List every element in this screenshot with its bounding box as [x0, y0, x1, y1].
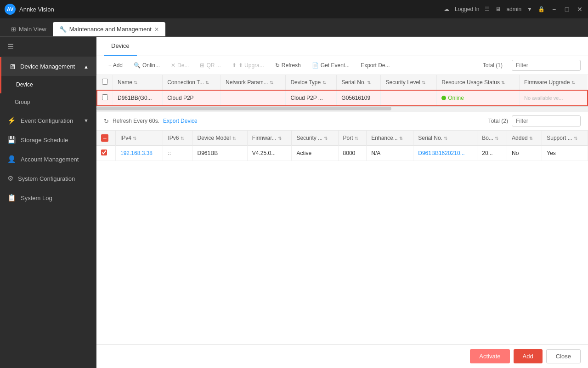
- row-network: [221, 90, 286, 106]
- user-label: admin: [506, 6, 521, 12]
- get-event-button[interactable]: 📄 Get Event...: [307, 60, 354, 71]
- sidebar-item-device-management[interactable]: 🖥 Device Management ▲: [0, 57, 96, 76]
- lower-table: − IPv4 ⇅ IPv6 ⇅ Device Model ⇅ Firmwar..…: [96, 131, 588, 161]
- col-serial[interactable]: Serial No. ⇅: [337, 75, 381, 90]
- close-window-button[interactable]: ✕: [576, 6, 583, 13]
- firmware-sort-icon: ⇅: [571, 80, 575, 85]
- col-firmware[interactable]: Firmware Upgrade ⇅: [520, 75, 588, 90]
- connection-sort-icon: ⇅: [205, 80, 209, 85]
- lower-row-ipv6: ::: [163, 146, 192, 161]
- upper-scroll-thumb[interactable]: [96, 107, 391, 110]
- close-button[interactable]: Close: [546, 349, 581, 363]
- col-device-type[interactable]: Device Type ⇅: [286, 75, 337, 90]
- qr-button[interactable]: ⊞ QR ...: [195, 60, 225, 71]
- lower-col-firmware[interactable]: Firmwar... ⇅: [247, 131, 292, 146]
- ipv4-link[interactable]: 192.168.3.38: [120, 150, 153, 156]
- maximize-button[interactable]: □: [563, 6, 571, 13]
- lower-col-added[interactable]: Added ⇅: [507, 131, 542, 146]
- content-area: Device + Add 🔍 Onlin... ✕ De... ⊞ QR ...…: [96, 37, 588, 368]
- model-sort-icon: ⇅: [232, 136, 236, 141]
- lower-col-model[interactable]: Device Model ⇅: [192, 131, 247, 146]
- app-name: Annke Vision: [19, 6, 54, 13]
- lower-col-checkbox: −: [96, 131, 115, 146]
- col-resource[interactable]: Resource Usage Status ⇅: [437, 75, 520, 90]
- sidebar-item-account-management[interactable]: 👤 Account Management: [0, 150, 96, 169]
- lower-col-ipv4[interactable]: IPv4 ⇅: [115, 131, 163, 146]
- lower-table-row[interactable]: 192.168.3.38 :: D961BB V4.25.0... Active…: [96, 146, 588, 161]
- maintenance-tab-label: Maintenance and Management: [69, 26, 152, 33]
- tab-maintenance[interactable]: 🔧 Maintenance and Management ✕: [53, 22, 165, 36]
- cloud-icon: ☁: [444, 6, 449, 12]
- user-dropdown-icon[interactable]: ▼: [527, 6, 532, 12]
- sidebar-item-device[interactable]: Device: [0, 76, 96, 93]
- lower-col-ipv6[interactable]: IPv6 ⇅: [163, 131, 192, 146]
- sidebar-header: ☰: [0, 37, 96, 57]
- sidebar-item-system-configuration[interactable]: ⚙ System Configuration: [0, 169, 96, 188]
- main-view-label: Main View: [19, 26, 46, 33]
- activate-button[interactable]: Activate: [470, 349, 509, 363]
- upper-scroll-track[interactable]: [96, 106, 588, 110]
- add-button[interactable]: + Add: [104, 60, 127, 71]
- lower-col-enhanced[interactable]: Enhance... ⇅: [367, 131, 413, 146]
- event-config-icon: ⚡: [7, 116, 16, 125]
- delete-icon: ✕: [171, 62, 175, 69]
- main-layout: ☰ 🖥 Device Management ▲ Device Group ⚡ E…: [0, 37, 588, 368]
- col-name[interactable]: Name ⇅: [113, 75, 163, 90]
- row-checkbox-cell: [97, 90, 113, 106]
- lower-row-security: Active: [292, 146, 338, 161]
- export-device-button[interactable]: Export De...: [356, 60, 394, 71]
- header-checkbox-cell: [97, 75, 113, 90]
- sidebar-item-system-log[interactable]: 📋 System Log: [0, 188, 96, 207]
- delete-button[interactable]: ✕ De...: [166, 60, 193, 71]
- online-button[interactable]: 🔍 Onlin...: [129, 60, 164, 71]
- security-sort-icon: ⇅: [422, 80, 425, 85]
- sidebar-item-group[interactable]: Group: [0, 93, 96, 111]
- minimize-button[interactable]: −: [550, 6, 558, 13]
- sidebar: ☰ 🖥 Device Management ▲ Device Group ⚡ E…: [0, 37, 96, 368]
- table-row[interactable]: D961BB(G0... Cloud P2P Cloud P2P ... G05…: [97, 90, 588, 106]
- upgrade-button[interactable]: ⬆ ⬆ Upgra...: [227, 60, 269, 71]
- port-sort-icon: ⇅: [355, 136, 358, 141]
- row-name: D961BB(G0...: [113, 90, 163, 106]
- row-connection: Cloud P2P: [163, 90, 221, 106]
- add-device-button[interactable]: Add: [514, 349, 543, 363]
- device-tab-label: Device: [111, 42, 130, 49]
- export-device-link[interactable]: Export Device: [163, 118, 198, 124]
- row-checkbox[interactable]: [102, 94, 108, 100]
- lower-col-support[interactable]: Support ... ⇅: [542, 131, 588, 146]
- tab-device[interactable]: Device: [104, 37, 137, 56]
- event-config-label: Event Configuration: [21, 117, 73, 124]
- lower-row-checkbox[interactable]: [101, 150, 107, 155]
- lower-serial-sort: ⇅: [444, 136, 447, 141]
- col-connection[interactable]: Connection T... ⇅: [163, 75, 221, 90]
- sidebar-item-event-configuration[interactable]: ⚡ Event Configuration ▼: [0, 111, 96, 130]
- minus-checkbox[interactable]: −: [101, 134, 108, 142]
- serial-sort-icon: ⇅: [367, 80, 371, 85]
- status-dot: [441, 96, 446, 100]
- col-network[interactable]: Network Param... ⇅: [221, 75, 286, 90]
- menu-icon[interactable]: ☰: [485, 6, 490, 12]
- search-icon: 🔍: [134, 62, 141, 69]
- tab-main-view[interactable]: ⊞ Main View: [5, 22, 53, 36]
- filter-input[interactable]: [512, 60, 581, 71]
- upper-table: Name ⇅ Connection T... ⇅ Network Param..…: [96, 75, 588, 106]
- lock-icon[interactable]: 🔒: [538, 6, 545, 12]
- display-icon[interactable]: 🖥: [495, 6, 501, 12]
- lower-col-bo[interactable]: Bo... ⇅: [477, 131, 507, 146]
- serial-link[interactable]: D961BB1620210...: [418, 150, 464, 156]
- select-all-checkbox[interactable]: [102, 79, 108, 85]
- enhanced-sort-icon: ⇅: [399, 136, 403, 141]
- sidebar-item-storage-schedule[interactable]: 💾 Storage Schedule: [0, 130, 96, 150]
- lower-col-port[interactable]: Port ⇅: [338, 131, 367, 146]
- sidebar-toggle-icon[interactable]: ☰: [7, 42, 14, 51]
- refresh-button[interactable]: ↻ Refresh: [271, 60, 305, 71]
- main-view-icon: ⊞: [11, 26, 16, 33]
- maintenance-tab-close[interactable]: ✕: [154, 26, 159, 33]
- col-security[interactable]: Security Level ⇅: [381, 75, 437, 90]
- device-type-sort-icon: ⇅: [322, 80, 326, 85]
- lower-col-security[interactable]: Security ... ⇅: [292, 131, 338, 146]
- online-label: Onlin...: [142, 62, 160, 69]
- lower-col-serial[interactable]: Serial No. ⇅: [413, 131, 477, 146]
- row-firmware: No available ve...: [520, 90, 588, 106]
- lower-filter-input[interactable]: [512, 115, 581, 126]
